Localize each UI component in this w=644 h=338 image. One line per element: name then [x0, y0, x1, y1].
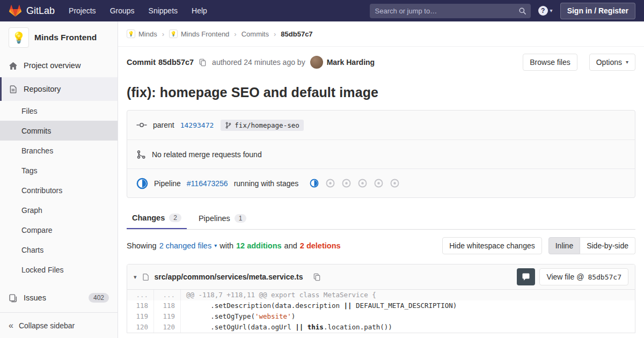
branch-name: fix/homepage-seo [235, 121, 299, 129]
diff-hunk-row: ... ... @@ -118,7 +118,11 @@ export clas… [127, 290, 635, 300]
collapse-sidebar-button[interactable]: « Collapse sidebar [0, 312, 118, 338]
pipeline-id-link[interactable]: #116473256 [187, 179, 228, 188]
issues-icon [9, 293, 18, 303]
options-dropdown-button[interactable]: Options ▾ [589, 54, 635, 71]
additions-count: 12 additions [236, 241, 282, 250]
nav-projects[interactable]: Projects [69, 6, 96, 15]
new-line-number[interactable]: 119 [154, 311, 181, 322]
diff-code-row: 120 120 .setOgUrl(data.ogUrl || this.loc… [127, 322, 635, 333]
changed-files-label: 2 changed files [159, 241, 212, 250]
stage-created-icon[interactable] [390, 179, 399, 188]
side-by-side-view-button[interactable]: Side-by-side [580, 237, 635, 254]
sidebar-item-locked-files[interactable]: Locked Files [0, 260, 118, 280]
browse-files-label: Browse files [530, 58, 570, 67]
file-icon [142, 273, 150, 281]
copy-file-path-button[interactable] [313, 273, 321, 281]
inline-view-button[interactable]: Inline [548, 237, 580, 254]
nav-groups[interactable]: Groups [110, 6, 135, 15]
project-avatar: 💡 [9, 27, 29, 48]
diff-code-row: 119 119 .setOgType('website') [127, 311, 635, 322]
help-menu[interactable]: ? ▾ [538, 6, 553, 16]
new-line-number[interactable]: 120 [154, 322, 181, 333]
deletions-count: 2 deletions [300, 241, 341, 250]
comment-icon [522, 273, 530, 281]
commit-title: (fix): homepage SEO and default image [127, 85, 635, 100]
code-line: .setOgType('website') [181, 311, 635, 322]
authored-text: authored 24 minutes ago by [212, 58, 305, 67]
sidebar-item-issues[interactable]: Issues 402 [0, 287, 118, 308]
sidebar-item-repository[interactable]: Repository [0, 77, 118, 101]
sidebar-item-branches[interactable]: Branches [0, 141, 118, 160]
pipeline-running-icon[interactable] [136, 178, 148, 189]
toggle-comments-button[interactable] [517, 268, 535, 285]
sidebar-item-charts[interactable]: Charts [0, 240, 118, 260]
commit-tabs: Changes 2 Pipelines 1 [127, 208, 635, 230]
breadcrumb-minds[interactable]: 💡 Minds [127, 30, 157, 38]
collapse-file-caret-icon[interactable]: ▾ [134, 274, 137, 281]
sidebar-item-commits[interactable]: Commits [0, 121, 118, 141]
breadcrumb-commits[interactable]: Commits [241, 30, 269, 38]
stage-created-icon[interactable] [374, 179, 383, 188]
stage-created-icon[interactable] [326, 179, 335, 188]
diff-content: ... ... @@ -118,7 +118,11 @@ export clas… [127, 290, 635, 333]
parent-label: parent [153, 121, 174, 129]
old-line-number: ... [127, 290, 154, 300]
search-box[interactable] [370, 4, 531, 18]
chevron-right-icon: › [162, 30, 164, 38]
old-line-number[interactable]: 119 [127, 311, 154, 322]
file-path-link[interactable]: src/app/common/services/meta.service.ts [155, 273, 303, 281]
browse-files-button[interactable]: Browse files [523, 54, 577, 71]
new-line-number[interactable]: 118 [154, 300, 181, 311]
tab-changes[interactable]: Changes 2 [127, 208, 187, 229]
commit-meta-row: Commit 85db57c7 authored 24 minutes ago … [127, 54, 635, 71]
sidebar-item-label: Project overview [24, 61, 80, 70]
nav-snippets[interactable]: Snippets [149, 6, 178, 15]
sidebar-item-label: Issues [24, 293, 46, 302]
branch-ref-tag[interactable]: fix/homepage-seo [221, 120, 303, 131]
old-line-number[interactable]: 120 [127, 322, 154, 333]
sidebar-nav: Project overview Repository Files Commit… [0, 54, 118, 308]
breadcrumb: 💡 Minds › 💡 Minds Frontend › Commits › 8… [118, 21, 644, 47]
author-avatar[interactable] [310, 56, 323, 69]
stage-running-icon[interactable] [310, 179, 319, 188]
project-mini-avatar: 💡 [169, 30, 178, 38]
breadcrumb-minds-frontend[interactable]: 💡 Minds Frontend [169, 30, 229, 38]
breadcrumb-current-sha: 85db57c7 [281, 30, 312, 38]
sidebar-item-compare[interactable]: Compare [0, 220, 118, 240]
home-icon [9, 61, 18, 70]
hunk-header-text: @@ -118,7 +118,11 @@ export class MetaSe… [181, 290, 635, 300]
help-icon: ? [538, 6, 548, 16]
breadcrumb-label: Commits [241, 30, 269, 38]
commit-label: Commit [127, 58, 156, 67]
nav-help[interactable]: Help [192, 6, 207, 15]
sidebar-item-files[interactable]: Files [0, 101, 118, 121]
copy-sha-button[interactable] [199, 58, 207, 67]
parent-sha-link[interactable]: 14293472 [180, 121, 214, 129]
chevron-down-icon: ▾ [214, 243, 217, 248]
search-input[interactable] [375, 7, 515, 15]
sign-in-button[interactable]: Sign in / Register [560, 3, 635, 19]
tab-pipelines[interactable]: Pipelines 1 [193, 208, 252, 229]
code-line: .setDescription(data.description || DEFA… [181, 300, 635, 311]
diff-summary-row: Showing 2 changed files ▾ with 12 additi… [127, 237, 635, 254]
pipeline-row: Pipeline #116473256 running with stages [127, 168, 635, 197]
gitlab-home-link[interactable]: GitLab [9, 4, 55, 17]
pipelines-count-badge: 1 [235, 214, 247, 223]
stage-created-icon[interactable] [342, 179, 351, 188]
chevron-right-icon: › [234, 30, 236, 38]
old-line-number[interactable]: 118 [127, 300, 154, 311]
project-context-link[interactable]: 💡 Minds Frontend [0, 21, 118, 54]
view-file-button[interactable]: View file @ 85db57c7 [539, 268, 628, 285]
sidebar-item-label: Repository [24, 85, 61, 93]
tab-label: Changes [132, 214, 165, 222]
sidebar-item-graph[interactable]: Graph [0, 200, 118, 220]
sidebar-item-tags[interactable]: Tags [0, 160, 118, 180]
stage-created-icon[interactable] [358, 179, 367, 188]
search-icon [518, 7, 526, 15]
branch-icon [225, 122, 232, 129]
sidebar-item-project-overview[interactable]: Project overview [0, 54, 118, 77]
hide-whitespace-button[interactable]: Hide whitespace changes [442, 237, 542, 254]
author-name-link[interactable]: Mark Harding [327, 58, 375, 67]
sidebar-item-contributors[interactable]: Contributors [0, 180, 118, 200]
changed-files-dropdown[interactable]: 2 changed files ▾ [159, 241, 217, 250]
